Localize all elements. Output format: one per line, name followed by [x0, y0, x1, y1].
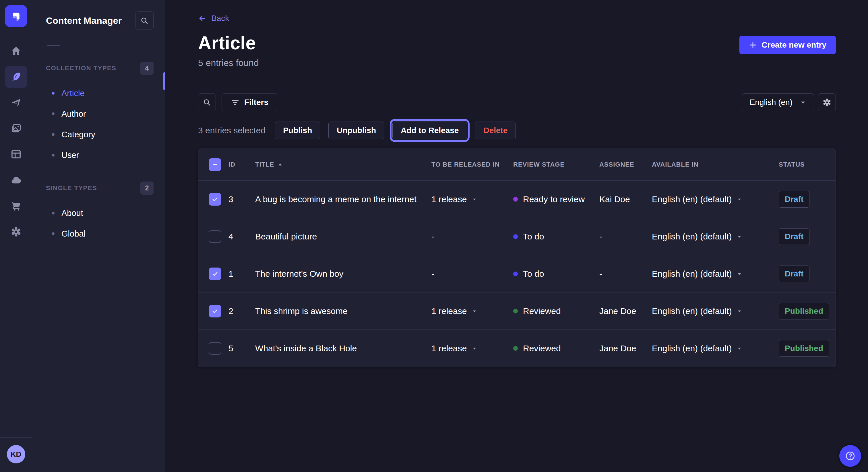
back-link[interactable]: Back — [198, 14, 229, 23]
page-title: Article — [198, 32, 259, 54]
stage-dot — [513, 272, 518, 276]
column-header-release: TO BE RELEASED IN — [431, 161, 513, 168]
sidebar-item-about[interactable]: About — [46, 203, 165, 224]
gear-icon — [822, 98, 832, 107]
search-icon — [203, 98, 211, 107]
assignee: - — [599, 269, 652, 279]
sidebar-item-category[interactable]: Category — [46, 124, 165, 145]
locale-dropdown[interactable]: English (en) (default) — [652, 306, 779, 316]
stage-dot — [513, 197, 518, 202]
unpublish-button[interactable]: Unpublish — [329, 122, 384, 139]
release-dropdown[interactable]: 1 release — [431, 343, 513, 353]
chevron-down-icon — [737, 234, 742, 239]
entry-id: 1 — [228, 269, 255, 279]
chevron-down-icon — [737, 197, 742, 202]
media-library-icon[interactable] — [5, 117, 27, 139]
single-types-count: 2 — [141, 181, 154, 195]
table-row[interactable]: 4 Beautiful picture - To do - English (e… — [198, 217, 836, 255]
release-empty: - — [431, 269, 513, 279]
check-icon — [212, 196, 218, 203]
bullet-icon — [52, 92, 55, 95]
sidebar-item-article[interactable]: Article — [46, 83, 165, 103]
column-header-title[interactable]: TITLE — [255, 161, 431, 168]
column-header-available-in: AVAILABLE IN — [652, 161, 779, 168]
row-checkbox[interactable] — [209, 268, 221, 280]
sidebar-item-label: Global — [61, 229, 86, 239]
plus-icon — [749, 41, 757, 49]
filters-button[interactable]: Filters — [222, 94, 277, 111]
table-row[interactable]: 3 A bug is becoming a meme on the intern… — [198, 180, 836, 217]
back-arrow-icon — [198, 14, 207, 23]
entry-title: Beautiful picture — [255, 232, 431, 241]
bullet-icon — [52, 133, 55, 136]
strapi-logo-icon[interactable] — [5, 5, 27, 27]
home-icon[interactable] — [5, 40, 27, 62]
active-item-indicator — [163, 72, 165, 90]
stage-dot — [513, 309, 518, 313]
column-header-id[interactable]: ID — [228, 161, 255, 168]
column-header-assignee: ASSIGNEE — [599, 161, 652, 168]
select-all-checkbox[interactable] — [209, 158, 221, 171]
review-stage: To do — [513, 232, 599, 241]
bullet-icon — [52, 232, 55, 235]
entry-title: The internet's Own boy — [255, 269, 431, 279]
sidebar-item-label: About — [61, 208, 83, 218]
content-type-builder-icon[interactable] — [5, 143, 27, 165]
table-header-row: ID TITLE TO BE RELEASED IN REVIEW STAGE … — [198, 149, 836, 180]
row-checkbox[interactable] — [209, 342, 221, 355]
row-checkbox[interactable] — [209, 305, 221, 317]
status-badge: Draft — [779, 266, 809, 282]
releases-icon[interactable] — [5, 92, 27, 113]
table-row[interactable]: 2 This shrimp is awesome 1 release Revie… — [198, 292, 836, 330]
locale-dropdown[interactable]: English (en) (default) — [652, 194, 779, 204]
help-button[interactable] — [839, 445, 861, 467]
sidebar-item-label: Author — [61, 109, 86, 119]
column-header-review-stage: REVIEW STAGE — [513, 161, 599, 168]
marketplace-cart-icon[interactable] — [5, 195, 27, 217]
entries-count: 5 entries found — [198, 58, 259, 68]
entry-id: 5 — [228, 343, 255, 353]
locale-dropdown[interactable]: English (en) (default) — [652, 269, 779, 279]
selection-count-text: 3 entries selected — [198, 126, 266, 135]
entry-id: 2 — [228, 306, 255, 316]
stage-dot — [513, 234, 518, 239]
row-checkbox[interactable] — [209, 230, 221, 243]
locale-dropdown[interactable]: English (en) (default) — [652, 343, 779, 353]
release-dropdown[interactable]: 1 release — [431, 194, 513, 204]
rail-footer: KD — [0, 437, 32, 472]
collection-types-section: COLLECTION TYPES 4 Article Author Catego… — [46, 62, 165, 165]
table-row[interactable]: 1 The internet's Own boy - To do - Engli… — [198, 255, 836, 292]
sidebar-item-label: Category — [61, 130, 95, 139]
entry-id: 3 — [228, 194, 255, 204]
delete-button[interactable]: Delete — [475, 122, 516, 139]
content-manager-icon[interactable] — [5, 66, 27, 88]
row-checkbox[interactable] — [209, 193, 221, 206]
sidebar-item-author[interactable]: Author — [46, 103, 165, 124]
chevron-down-icon — [472, 346, 477, 351]
view-settings-button[interactable] — [818, 94, 836, 111]
user-avatar[interactable]: KD — [7, 445, 25, 463]
locale-select[interactable]: English (en) — [742, 94, 814, 111]
release-dropdown[interactable]: 1 release — [431, 306, 513, 316]
status-badge: Draft — [779, 228, 809, 245]
search-button[interactable] — [198, 94, 216, 111]
chevron-down-icon — [472, 197, 477, 202]
assignee: Jane Doe — [599, 343, 652, 353]
publish-button[interactable]: Publish — [275, 122, 320, 139]
sidebar-search-button[interactable] — [135, 11, 154, 30]
add-to-release-button[interactable]: Add to Release — [392, 122, 467, 139]
chevron-down-icon — [737, 308, 742, 314]
table-row[interactable]: 5 What's inside a Black Hole 1 release R… — [198, 330, 836, 367]
sidebar-item-global[interactable]: Global — [46, 224, 165, 244]
review-stage: Reviewed — [513, 343, 599, 353]
cloud-icon[interactable] — [5, 169, 27, 191]
locale-dropdown[interactable]: English (en) (default) — [652, 232, 779, 241]
review-stage: To do — [513, 269, 599, 279]
create-new-entry-button[interactable]: Create new entry — [739, 36, 836, 54]
settings-gear-icon[interactable] — [5, 221, 27, 243]
sidebar-divider — [47, 45, 60, 45]
indeterminate-dash-icon — [212, 162, 218, 168]
main-content: Back Article 5 entries found Create new … — [165, 0, 868, 472]
sidebar-item-user[interactable]: User — [46, 145, 165, 165]
nav-rail: KD — [0, 0, 32, 472]
